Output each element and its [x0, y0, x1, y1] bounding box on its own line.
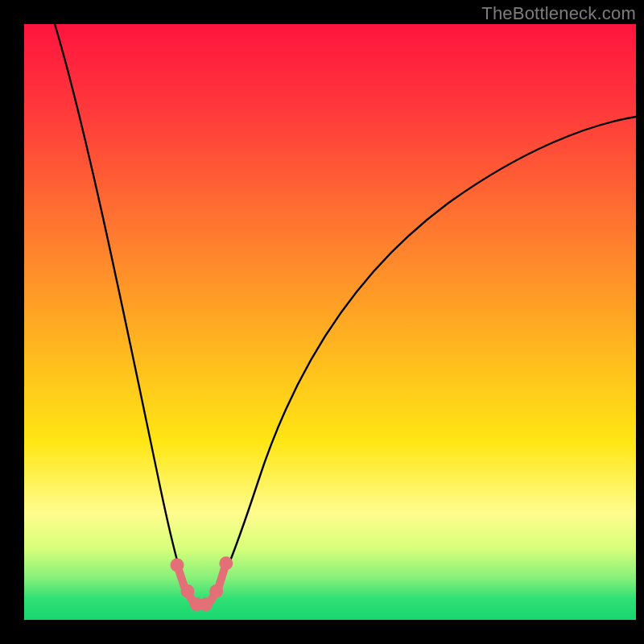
- gradient-background: [24, 24, 636, 620]
- chart-stage: TheBottleneck.com: [0, 0, 644, 644]
- trough-marker-dot: [219, 556, 233, 570]
- bottleneck-chart: [0, 0, 644, 644]
- trough-marker-dot: [199, 597, 213, 611]
- trough-marker-dot: [180, 584, 194, 598]
- watermark-label: TheBottleneck.com: [481, 3, 636, 24]
- trough-marker-dot: [209, 584, 223, 598]
- trough-marker-dot: [171, 558, 184, 572]
